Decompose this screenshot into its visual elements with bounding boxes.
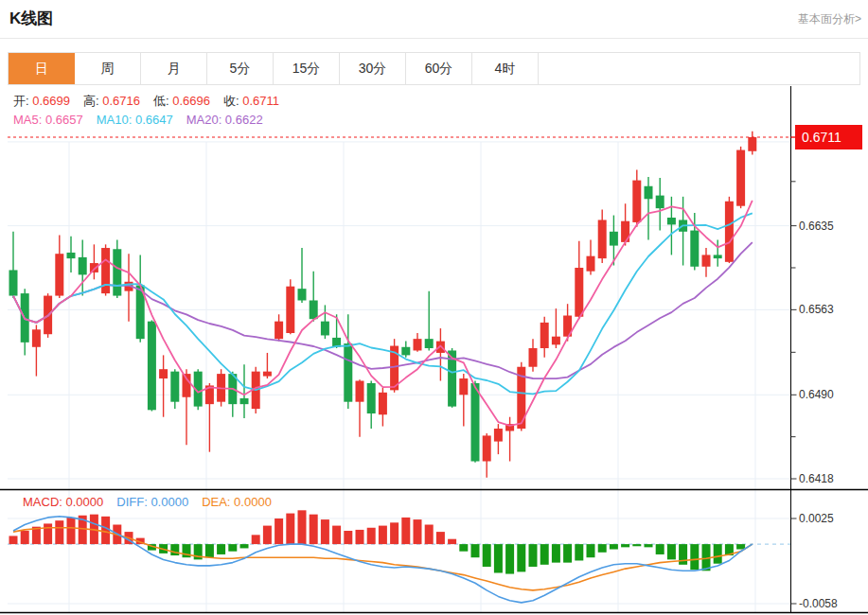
macd-bar <box>471 544 480 557</box>
macd-bar <box>645 544 653 547</box>
macd-bar <box>505 544 514 573</box>
macd-bar <box>632 544 641 546</box>
macd-bar <box>425 525 434 545</box>
candle <box>610 216 618 266</box>
candle <box>679 197 687 266</box>
macd-bar <box>298 510 307 544</box>
macd-bar <box>321 519 329 544</box>
macd-bar <box>344 531 352 544</box>
macd-bar <box>240 544 249 548</box>
legend-item: 高: 0.6716 <box>83 94 140 108</box>
macd-bar <box>217 544 225 554</box>
candle <box>136 255 145 342</box>
candle <box>529 339 538 371</box>
macd-bar <box>552 544 560 563</box>
macd-bar <box>448 539 456 544</box>
candle <box>183 369 191 445</box>
legend-item: DIFF: 0.0000 <box>116 495 188 509</box>
candle <box>298 248 307 303</box>
macd-bar <box>21 531 29 544</box>
y-axis-label: 0.6490 <box>799 388 834 401</box>
candle <box>436 328 445 380</box>
macd-bar <box>414 519 422 544</box>
macd-bar <box>621 544 629 547</box>
current-price-tag-label: 0.6711 <box>802 130 841 145</box>
candle <box>379 388 387 427</box>
candle <box>725 197 734 263</box>
candle <box>425 291 434 351</box>
candle <box>540 317 549 358</box>
candle <box>101 244 110 295</box>
ma20-line <box>13 242 753 378</box>
candle <box>414 333 422 352</box>
candle <box>552 308 560 348</box>
macd-bar <box>736 544 745 549</box>
macd-bar <box>598 544 607 553</box>
candle <box>598 209 607 263</box>
macd-bar <box>563 544 572 563</box>
candle <box>159 355 168 416</box>
macd-bar <box>275 518 283 544</box>
candle <box>587 239 595 274</box>
macd-bar <box>714 544 722 564</box>
macd-bar <box>667 544 676 559</box>
macd-bar <box>44 523 52 544</box>
candle <box>367 381 376 430</box>
candle <box>310 272 318 322</box>
legend-item: 低: 0.6696 <box>153 94 210 108</box>
macd-bar <box>101 517 110 544</box>
ma10-line <box>13 213 753 394</box>
candle <box>67 237 76 272</box>
macd-bar <box>656 544 664 554</box>
candle <box>483 433 491 478</box>
candle <box>736 147 745 208</box>
candle <box>286 279 294 334</box>
ohlc-row: 开: 0.6699高: 0.6716低: 0.6696收: 0.6711 <box>13 92 292 111</box>
candle <box>170 369 179 409</box>
y-axis-label: 0.6635 <box>799 220 834 233</box>
candle <box>494 424 503 454</box>
macd-bar <box>228 544 237 552</box>
macd-bar <box>459 544 468 552</box>
macd-bar <box>540 544 549 565</box>
candle <box>21 289 29 355</box>
candle <box>748 132 756 155</box>
candles-layer <box>9 132 757 478</box>
macd-bar <box>610 544 618 549</box>
candle <box>55 235 63 298</box>
macd-bar <box>9 536 18 544</box>
candle <box>263 353 272 378</box>
candle <box>90 244 98 279</box>
y-axis-label: 0.6563 <box>799 303 834 316</box>
macd-axis-label: 0.0025 <box>799 512 834 525</box>
macd-bar <box>494 544 503 572</box>
legend-item: DEA: 0.0000 <box>202 495 272 509</box>
macd-bar <box>55 520 63 544</box>
candle <box>401 342 410 358</box>
kline-page: K线图 基本面分析> 日周月5分15分30分60分4时 0.66350.6563… <box>0 0 868 615</box>
legend-item: MA20: 0.6622 <box>186 113 263 127</box>
kline-info-box: 开: 0.6699高: 0.6716低: 0.6696收: 0.6711 MA5… <box>13 92 292 130</box>
candle <box>645 177 653 240</box>
macd-bar <box>529 544 538 567</box>
candle <box>148 320 156 411</box>
macd-bar <box>367 528 376 544</box>
macd-bar <box>205 544 214 557</box>
legend-item: MACD: 0.0000 <box>23 495 103 509</box>
candle <box>702 248 711 277</box>
macd-bar <box>390 522 399 544</box>
candle <box>356 379 364 436</box>
macd-bar <box>517 544 525 571</box>
macd-bar <box>286 514 294 545</box>
candle <box>459 374 468 426</box>
macd-bar <box>587 544 595 557</box>
macd-bar <box>690 544 699 570</box>
macd-bar <box>67 518 76 544</box>
macd-legend: MACD: 0.0000DIFF: 0.0000DEA: 0.0000 <box>23 495 285 509</box>
candle <box>575 241 583 320</box>
macd-bar <box>356 530 364 544</box>
macd-bar <box>436 532 445 544</box>
macd-bar <box>170 544 179 555</box>
candle <box>517 362 525 431</box>
macd-bar <box>401 518 410 544</box>
